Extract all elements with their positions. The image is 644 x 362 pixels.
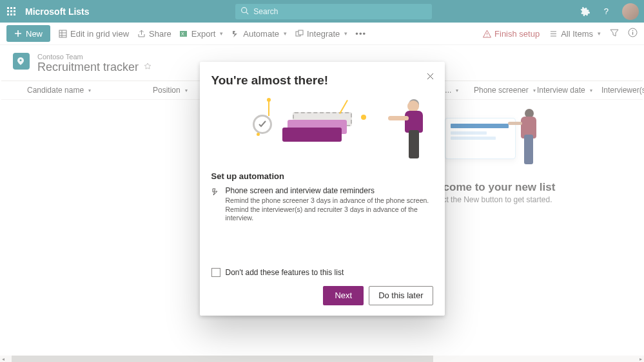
rule-description: Remind the phone screener 3 days in adva…: [226, 196, 433, 223]
setup-modal: You're almost there! Set up automation P…: [200, 62, 445, 316]
modal-illustration: [211, 95, 433, 166]
automation-rule-item[interactable]: Phone screen and interview date reminder…: [211, 186, 433, 223]
rule-title: Phone screen and interview date reminder…: [226, 186, 433, 195]
close-button[interactable]: [424, 70, 437, 82]
section-title: Set up automation: [211, 171, 433, 181]
dont-add-checkbox[interactable]: [211, 268, 220, 277]
flow-icon: [211, 187, 220, 223]
modal-title: You're almost there!: [211, 73, 433, 88]
do-this-later-button[interactable]: Do this later: [369, 286, 433, 305]
next-button[interactable]: Next: [323, 286, 364, 305]
dont-add-label: Don't add these features to this list: [226, 268, 344, 277]
close-icon: [427, 73, 434, 80]
modal-overlay: You're almost there! Set up automation P…: [0, 0, 644, 362]
